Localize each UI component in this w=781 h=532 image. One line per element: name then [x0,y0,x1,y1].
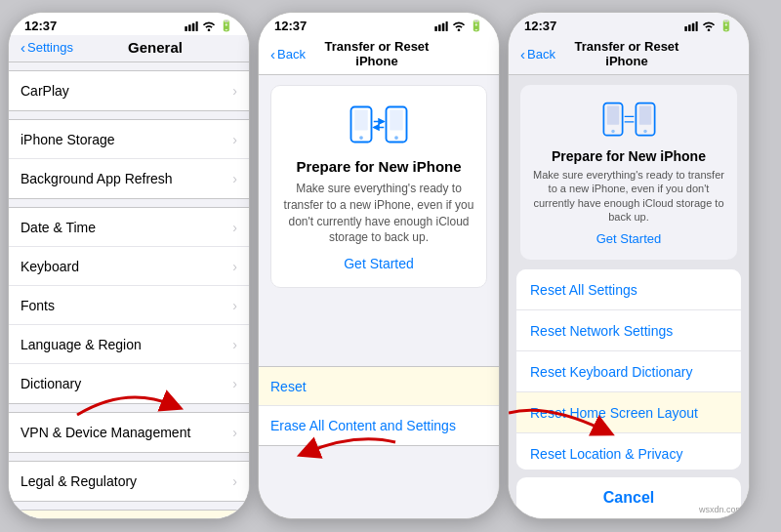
reset-all-settings-label: Reset All Settings [530,282,637,298]
phone-2: 12:37 🔋 ‹ Back Transfer or Reset iPhone [258,12,500,519]
transfer-icon-3 [602,99,656,143]
battery-icon: 🔋 [220,20,233,32]
reset-keyboard-label: Reset Keyboard Dictionary [530,364,693,380]
prepare-title-3: Prepare for New iPhone [532,148,725,164]
nav-bar-3: ‹ Back Transfer or Reset iPhone [509,35,749,75]
fonts-chevron: › [232,298,237,313]
phone-1: 12:37 🔋 ‹ Settings General CarPlay › iPh… [8,12,250,519]
dictionary-label: Dictionary [21,376,232,391]
iphone-storage-row[interactable]: iPhone Storage › [9,120,249,159]
wifi-icon-3 [702,20,716,31]
status-time-2: 12:37 [274,19,307,33]
prepare-card: Prepare for New iPhone Make sure everyth… [270,85,487,288]
fonts-row[interactable]: Fonts › [9,286,249,325]
reset-keyboard-row[interactable]: Reset Keyboard Dictionary [516,351,741,392]
svg-point-10 [359,136,363,140]
background-refresh-label: Background App Refresh [21,171,232,186]
status-time-3: 12:37 [524,19,556,33]
phone3-body: Prepare for New iPhone Make sure everyth… [509,75,749,518]
status-icons-3: 🔋 [684,20,733,32]
legal-row[interactable]: Legal & Regulatory › [9,462,249,501]
reset-group: Reset Erase All Content and Settings [259,366,499,446]
settings-group-legal: Legal & Regulatory › [9,461,249,502]
back-chevron-2: ‹ [270,46,275,62]
dictionary-row[interactable]: Dictionary › [9,364,249,403]
date-time-label: Date & Time [21,220,232,235]
iphone-storage-chevron: › [232,132,237,147]
vpn-row[interactable]: VPN & Device Management › [9,413,249,452]
phone2-body: Prepare for New iPhone Make sure everyth… [259,75,499,518]
transfer-icon [349,102,408,150]
background-refresh-chevron: › [232,171,237,186]
language-region-row[interactable]: Language & Region › [9,325,249,364]
svg-rect-1 [188,24,191,31]
date-time-row[interactable]: Date & Time › [9,208,249,247]
reset-network-row[interactable]: Reset Network Settings [516,310,741,351]
nav-title-3: Transfer or Reset iPhone [555,39,698,68]
reset-home-screen-row[interactable]: Reset Home Screen Layout [516,392,741,433]
svg-point-23 [643,130,646,133]
reset-location-label: Reset Location & Privacy [530,446,682,462]
carplay-chevron: › [232,83,237,99]
svg-point-13 [394,136,398,140]
settings-group-vpn: VPN & Device Management › [9,412,249,453]
legal-chevron: › [232,473,237,489]
back-label-2: Back [277,47,306,61]
svg-rect-17 [696,21,698,31]
prepare-icon-3 [532,99,725,143]
erase-row[interactable]: Erase All Content and Settings [259,406,499,445]
language-region-chevron: › [232,337,237,352]
legal-label: Legal & Regulatory [21,473,232,489]
vpn-chevron: › [232,425,237,440]
carplay-label: CarPlay [21,83,232,99]
back-button-3[interactable]: ‹ Back [520,46,555,62]
back-label-3: Back [527,47,555,61]
reset-row[interactable]: Reset [259,367,499,406]
svg-point-20 [611,130,614,133]
phone-3: 12:37 🔋 ‹ Back Transfer or Reset iPhone [508,12,750,519]
svg-rect-15 [688,24,691,31]
prepare-desc-3: Make sure everything's ready to transfer… [532,168,725,224]
signal-icon-3 [684,21,698,31]
svg-rect-0 [185,26,187,31]
reset-location-row[interactable]: Reset Location & Privacy [516,433,741,470]
background-refresh-row[interactable]: Background App Refresh › [9,159,249,198]
settings-body-1: CarPlay › iPhone Storage › Background Ap… [9,62,249,518]
iphone-storage-label: iPhone Storage [21,132,232,147]
transfer-reset-row[interactable]: Transfer or Reset iPhone › [9,511,249,518]
svg-rect-7 [446,21,448,31]
signal-icon [185,21,198,31]
svg-rect-14 [684,26,687,31]
watermark: wsxdn.com [699,505,743,514]
back-chevron-1: ‹ [21,39,25,56]
wifi-icon [202,20,216,31]
prepare-card-gray: Prepare for New iPhone Make sure everyth… [520,85,737,260]
battery-icon-2: 🔋 [470,20,483,32]
back-button-2[interactable]: ‹ Back [270,46,306,62]
svg-rect-12 [390,110,403,131]
svg-rect-6 [442,22,445,30]
reset-label: Reset [270,379,307,394]
prepare-title: Prepare for New iPhone [283,158,474,175]
reset-network-label: Reset Network Settings [530,323,673,339]
dictionary-chevron: › [232,376,237,391]
svg-rect-5 [438,24,441,31]
prepare-desc: Make sure everything's ready to transfer… [283,181,474,246]
status-time-1: 12:37 [24,19,57,33]
reset-all-settings-row[interactable]: Reset All Settings [516,269,741,310]
svg-rect-16 [692,22,695,30]
nav-title-1: General [73,39,237,56]
keyboard-row[interactable]: Keyboard › [9,247,249,286]
wifi-icon-2 [452,20,466,31]
back-chevron-3: ‹ [520,46,525,62]
nav-bar-2: ‹ Back Transfer or Reset iPhone [259,35,499,75]
erase-label: Erase All Content and Settings [270,418,456,433]
nav-title-2: Transfer or Reset iPhone [306,39,448,68]
battery-icon-3: 🔋 [719,20,733,32]
back-button-1[interactable]: ‹ Settings [21,39,73,56]
status-bar-2: 12:37 🔋 [259,13,499,35]
get-started-btn-3[interactable]: Get Started [532,231,725,246]
get-started-btn[interactable]: Get Started [283,256,474,271]
reset-home-screen-label: Reset Home Screen Layout [530,405,698,421]
carplay-row[interactable]: CarPlay › [9,71,249,110]
